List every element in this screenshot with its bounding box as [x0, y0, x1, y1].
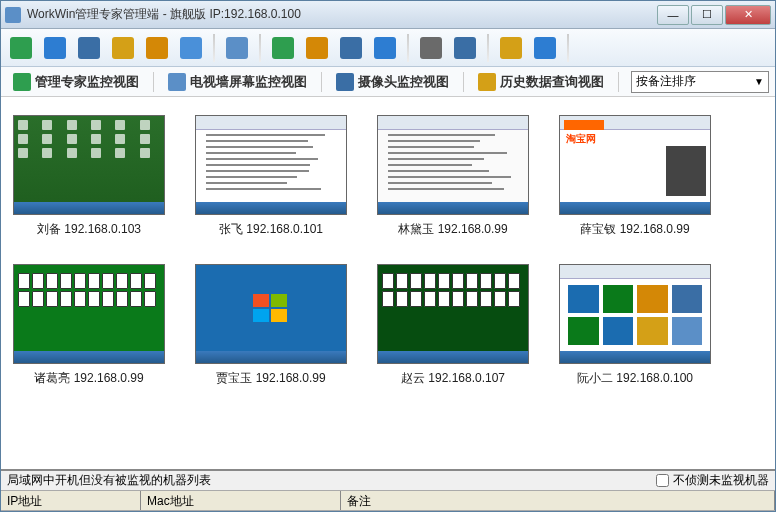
- thumbnail-screenshot: [195, 115, 347, 215]
- thumbnail-0[interactable]: 刘备 192.168.0.103: [13, 115, 165, 238]
- footer-header: 局域网中开机但没有被监视的机器列表 不侦测未监视机器: [1, 471, 775, 491]
- thumbnail-screenshot: [377, 264, 529, 364]
- minimize-button[interactable]: —: [657, 5, 689, 25]
- thumbnail-grid: 刘备 192.168.0.103张飞 192.168.0.101林黛玉 192.…: [1, 97, 775, 469]
- toolbar-separator: [213, 34, 215, 62]
- footer-panel: 局域网中开机但没有被监视的机器列表 不侦测未监视机器 IP地址 Mac地址 备注: [1, 469, 775, 511]
- view-tabs-bar: 管理专家监控视图电视墙屏幕监控视图摄像头监控视图历史数据查询视图按备注排序▼: [1, 67, 775, 97]
- maximize-button[interactable]: ☐: [691, 5, 723, 25]
- main-toolbar: [1, 29, 775, 67]
- thumbnail-screenshot: [13, 115, 165, 215]
- thumbnail-6[interactable]: 赵云 192.168.0.107: [377, 264, 529, 387]
- app-window: WorkWin管理专家管理端 - 旗舰版 IP:192.168.0.100 — …: [0, 0, 776, 512]
- view-tab-label: 历史数据查询视图: [500, 73, 604, 91]
- thumbnail-caption: 张飞 192.168.0.101: [219, 221, 323, 238]
- view-tab-icon: [168, 73, 186, 91]
- thumbnail-caption: 赵云 192.168.0.107: [401, 370, 505, 387]
- network-icon[interactable]: [371, 34, 399, 62]
- thumbnail-caption: 诸葛亮 192.168.0.99: [34, 370, 143, 387]
- footer-title: 局域网中开机但没有被监视的机器列表: [7, 472, 211, 489]
- thumbnail-caption: 贾宝玉 192.168.0.99: [216, 370, 325, 387]
- thumbnail-caption: 林黛玉 192.168.0.99: [398, 221, 507, 238]
- monitor-icon[interactable]: [75, 34, 103, 62]
- disk-icon[interactable]: [177, 34, 205, 62]
- view-tab-1[interactable]: 电视墙屏幕监控视图: [162, 70, 313, 94]
- view-tab-label: 电视墙屏幕监控视图: [190, 73, 307, 91]
- view-tab-label: 管理专家监控视图: [35, 73, 139, 91]
- window-controls: — ☐ ✕: [657, 5, 771, 25]
- col-note[interactable]: 备注: [341, 491, 775, 510]
- thumbnail-1[interactable]: 张飞 192.168.0.101: [195, 115, 347, 238]
- close-button[interactable]: ✕: [725, 5, 771, 25]
- view-tab-icon: [13, 73, 31, 91]
- view-tab-2[interactable]: 摄像头监控视图: [330, 70, 455, 94]
- toolbar-separator: [407, 34, 409, 62]
- thumbnail-screenshot: [13, 264, 165, 364]
- help-icon[interactable]: [531, 34, 559, 62]
- thumbnail-caption: 阮小二 192.168.0.100: [577, 370, 693, 387]
- view-tab-icon: [336, 73, 354, 91]
- people-icon[interactable]: [143, 34, 171, 62]
- col-ip[interactable]: IP地址: [1, 491, 141, 510]
- users-icon[interactable]: [109, 34, 137, 62]
- thumbnail-7[interactable]: 阮小二 192.168.0.100: [559, 264, 711, 387]
- search-icon[interactable]: [337, 34, 365, 62]
- col-mac[interactable]: Mac地址: [141, 491, 341, 510]
- toolbar-separator: [567, 34, 569, 62]
- thumbnail-5[interactable]: 贾宝玉 192.168.0.99: [195, 264, 347, 387]
- detect-checkbox-label[interactable]: 不侦测未监视机器: [656, 472, 769, 489]
- detect-checkbox[interactable]: [656, 474, 669, 487]
- chevron-down-icon: ▼: [754, 76, 764, 87]
- sort-dropdown[interactable]: 按备注排序▼: [631, 71, 769, 93]
- monitor2-icon[interactable]: [223, 34, 251, 62]
- thumbnail-screenshot: [195, 264, 347, 364]
- thumbnail-screenshot: 淘宝网: [559, 115, 711, 215]
- view-tab-3[interactable]: 历史数据查询视图: [472, 70, 610, 94]
- thumbnail-caption: 刘备 192.168.0.103: [37, 221, 141, 238]
- thumbnail-2[interactable]: 林黛玉 192.168.0.99: [377, 115, 529, 238]
- globe-icon[interactable]: [41, 34, 69, 62]
- view-tab-label: 摄像头监控视图: [358, 73, 449, 91]
- toolbar-separator: [487, 34, 489, 62]
- mail-icon[interactable]: [303, 34, 331, 62]
- view-tab-icon: [478, 73, 496, 91]
- footer-columns: IP地址 Mac地址 备注: [1, 491, 775, 511]
- thumbnail-caption: 薛宝钗 192.168.0.99: [580, 221, 689, 238]
- thumbnail-4[interactable]: 诸葛亮 192.168.0.99: [13, 264, 165, 387]
- book-icon[interactable]: [451, 34, 479, 62]
- window-title: WorkWin管理专家管理端 - 旗舰版 IP:192.168.0.100: [27, 6, 657, 23]
- view-tab-0[interactable]: 管理专家监控视图: [7, 70, 145, 94]
- thumbnail-screenshot: [377, 115, 529, 215]
- thumbnail-3[interactable]: 淘宝网薛宝钗 192.168.0.99: [559, 115, 711, 238]
- app-icon: [5, 7, 21, 23]
- titlebar: WorkWin管理专家管理端 - 旗舰版 IP:192.168.0.100 — …: [1, 1, 775, 29]
- cd-icon[interactable]: [417, 34, 445, 62]
- thumbnail-screenshot: [559, 264, 711, 364]
- screens-icon[interactable]: [7, 34, 35, 62]
- refresh-icon[interactable]: [269, 34, 297, 62]
- list-icon[interactable]: [497, 34, 525, 62]
- toolbar-separator: [259, 34, 261, 62]
